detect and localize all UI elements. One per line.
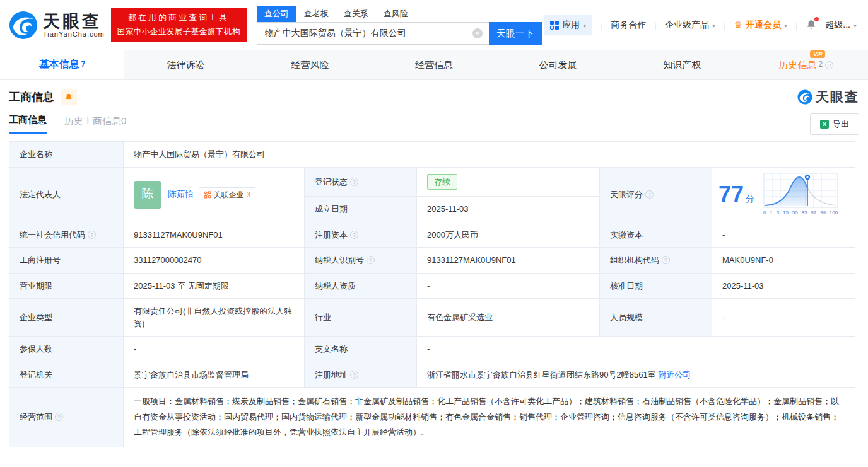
- table-row: 参保人数 - 英文名称 -: [9, 337, 855, 362]
- tyc-score-label-text: 天眼评分: [610, 190, 643, 199]
- related-companies-badge[interactable]: 关联企业 3: [199, 187, 256, 202]
- field-label-reg-authority: 登记机关: [9, 362, 124, 388]
- search-tab-risk[interactable]: 查风险: [376, 6, 416, 22]
- tab-history-info[interactable]: 历史信息 VIP 2 ?: [744, 50, 868, 79]
- slogan-line1: 都在用的商业查询工具: [117, 11, 240, 25]
- legal-rep-name-link[interactable]: 陈茹怡: [168, 188, 194, 200]
- field-label-credit-code: 统一社会信用代码?: [9, 222, 124, 248]
- field-label-business-term: 营业期限: [9, 273, 124, 299]
- help-icon[interactable]: ?: [825, 61, 833, 69]
- field-value-approval-date: 2025-11-03: [712, 273, 855, 299]
- field-value-taxpayer-quality: -: [417, 273, 600, 299]
- field-label-company-type: 企业类型: [9, 299, 124, 337]
- table-row: 经营范围? 一般项目：金属材料销售；煤炭及制品销售；金属矿石销售；非金属矿及制品…: [9, 388, 855, 447]
- search-tab-company[interactable]: 查公司: [257, 6, 296, 22]
- taxpayer-id-label-text: 纳税人识别号: [315, 255, 364, 265]
- tab-basic-info-count: 7: [81, 60, 85, 69]
- business-info-section: 工商信息 天眼查 工商信息 历史工商信息0 X 导出 企业名称 物产中大国际贸易…: [0, 80, 868, 447]
- nav-biz-coop[interactable]: 商务合作: [611, 20, 647, 31]
- score-chart-axis: 0 1 3 15 50 85 97 99 100: [763, 209, 838, 217]
- tab-intellectual-property[interactable]: 知识产权: [620, 50, 744, 79]
- tianyancha-logo[interactable]: 天眼查 TianYanCha.com: [9, 11, 105, 40]
- tab-operation-risk[interactable]: 经营风险: [248, 50, 372, 79]
- nav-apps[interactable]: 应用 ▾: [544, 15, 592, 35]
- related-network-icon: [204, 191, 211, 199]
- org-code-label-text: 组织机构代码: [610, 255, 659, 265]
- nav-account[interactable]: 超级... ▾: [825, 20, 857, 31]
- field-label-reg-number: 工商注册号: [9, 248, 124, 274]
- chevron-down-icon: ▾: [712, 22, 715, 29]
- field-value-company-name: 物产中大国际贸易（景宁）有限公司: [124, 142, 855, 168]
- field-label-legal-rep: 法定代表人: [9, 167, 124, 222]
- subscribe-bell-button[interactable]: [61, 89, 77, 105]
- help-icon[interactable]: ?: [350, 231, 358, 239]
- help-icon[interactable]: ?: [55, 413, 63, 421]
- company-detail-tabs: 基本信息 7 法律诉讼 经营风险 经营信息 公司发展 知识产权 历史信息 VIP…: [0, 50, 868, 80]
- field-value-taxpayer-id: 91331127MAK0U9NF01: [417, 248, 600, 274]
- subtab-business-info[interactable]: 工商信息: [9, 114, 47, 134]
- divider: |: [655, 21, 657, 30]
- search-input[interactable]: [257, 22, 489, 45]
- credit-code-label-text: 统一社会信用代码: [20, 230, 85, 239]
- field-label-staff-size: 人员规模: [600, 299, 712, 337]
- field-value-establish-date: 2025-11-03: [417, 197, 600, 222]
- field-value-reg-address: 浙江省丽水市景宁畲族自治县红星街道团结东路90号2幢8561室 附近公司: [417, 362, 855, 388]
- tab-basic-info-label: 基本信息: [38, 58, 79, 71]
- divider: |: [601, 21, 602, 30]
- subtab-history-business-info[interactable]: 历史工商信息0: [64, 115, 126, 134]
- notification-dot: [814, 17, 819, 21]
- top-header: 天眼查 TianYanCha.com 都在用的商业查询工具 国家中小企业发展子基…: [0, 0, 868, 50]
- help-icon[interactable]: ?: [350, 371, 358, 379]
- tab-operation-info[interactable]: 经营信息: [372, 50, 496, 79]
- field-value-business-scope: 一般项目：金属材料销售；煤炭及制品销售；金属矿石销售；非金属矿及制品销售；化工产…: [124, 388, 855, 447]
- related-companies-count: 3: [247, 189, 251, 200]
- tab-history-info-label: 历史信息: [778, 59, 816, 71]
- table-row: 登记机关 景宁畲族自治县市场监督管理局 注册地址? 浙江省丽水市景宁畲族自治县红…: [9, 362, 855, 388]
- nav-enterprise[interactable]: 企业级产品 ▾: [665, 20, 715, 31]
- axis-tick: 97: [811, 209, 816, 217]
- nav-enterprise-label: 企业级产品: [665, 20, 709, 31]
- field-label-taxpayer-quality: 纳税人资质: [305, 273, 417, 299]
- tab-legal-litigation[interactable]: 法律诉讼: [124, 50, 249, 79]
- search-tab-relation[interactable]: 查关系: [336, 6, 376, 22]
- field-value-reg-authority: 景宁畲族自治县市场监督管理局: [124, 362, 305, 388]
- axis-tick: 3: [777, 209, 779, 217]
- export-button[interactable]: X 导出: [810, 113, 859, 135]
- table-row: 营业期限 2025-11-03 至 无固定期限 纳税人资质 - 核准日期 202…: [9, 273, 855, 299]
- help-icon[interactable]: ?: [88, 231, 96, 239]
- divider: |: [724, 21, 725, 30]
- tab-basic-info[interactable]: 基本信息 7: [0, 50, 124, 79]
- section-title: 工商信息: [9, 89, 54, 105]
- notification-bell-icon[interactable]: [806, 19, 817, 32]
- search-button[interactable]: 天眼一下: [489, 22, 542, 45]
- tab-company-development[interactable]: 公司发展: [496, 50, 620, 79]
- brand-domain: TianYanCha.com: [43, 30, 105, 38]
- excel-icon: X: [820, 120, 829, 129]
- brand-name: 天眼查: [43, 13, 105, 30]
- clear-search-icon[interactable]: ✕: [472, 28, 483, 38]
- score-unit: 分: [746, 192, 754, 205]
- field-label-org-code: 组织机构代码?: [600, 248, 712, 274]
- field-label-tyc-score: 天眼评分?: [600, 167, 712, 222]
- search-tabs: 查公司 查老板 查关系 查风险: [257, 6, 542, 22]
- field-label-insured-count: 参保人数: [9, 337, 124, 362]
- reg-capital-label-text: 注册资本: [315, 230, 348, 239]
- help-icon[interactable]: ?: [645, 190, 654, 199]
- field-label-reg-status: 登记状态?: [305, 167, 417, 197]
- help-icon[interactable]: ?: [367, 256, 375, 264]
- field-value-tyc-score: 77 分: [712, 167, 855, 222]
- table-row: 企业名称 物产中大国际贸易（景宁）有限公司: [9, 142, 855, 168]
- score-value[interactable]: 77: [718, 183, 744, 206]
- field-value-business-term: 2025-11-03 至 无固定期限: [124, 273, 305, 299]
- search-tab-boss[interactable]: 查老板: [296, 6, 336, 22]
- tab-company-development-label: 公司发展: [539, 59, 577, 71]
- apps-grid-icon: [550, 21, 559, 30]
- help-icon[interactable]: ?: [350, 178, 358, 186]
- help-icon[interactable]: ?: [662, 256, 670, 264]
- nav-open-vip[interactable]: ♛ 开通会员 ▾: [734, 20, 787, 31]
- nav-apps-label: 应用: [562, 20, 580, 31]
- nearby-companies-link[interactable]: 附近公司: [658, 370, 691, 379]
- field-label-establish-date: 成立日期: [305, 197, 417, 222]
- legal-rep-avatar[interactable]: 陈: [134, 181, 161, 209]
- chevron-down-icon: ▾: [853, 22, 857, 29]
